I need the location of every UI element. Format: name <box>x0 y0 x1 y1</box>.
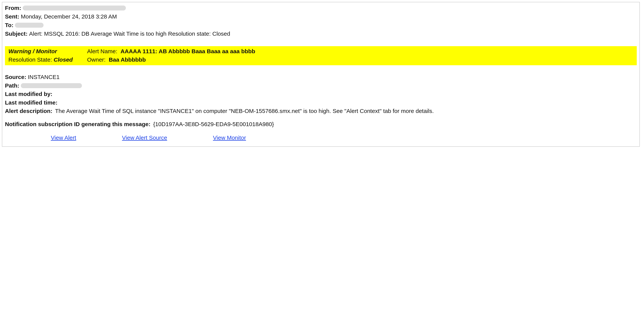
last-modified-time-label: Last modified time: <box>5 99 58 107</box>
last-modified-time-line: Last modified time: <box>5 99 637 107</box>
alert-name-value: AAAAA 1111: AB Abbbbb Baaa Baaa aa aaa b… <box>120 48 255 54</box>
header-sent-line: Sent: Monday, December 24, 2018 3:28 AM <box>5 13 637 20</box>
subject-label: Subject: <box>5 30 28 37</box>
header-from-line: From: <box>5 4 637 12</box>
last-modified-by-label: Last modified by: <box>5 90 52 98</box>
to-label: To: <box>5 21 13 29</box>
owner-value: Baa Abbbbbb <box>109 56 146 63</box>
owner-cell: Owner: Baa Abbbbbb <box>87 56 633 63</box>
subject-value: Alert: MSSQL 2016: DB Average Wait Time … <box>29 30 230 37</box>
resolution-state-cell: Resolution State: Closed <box>8 56 85 63</box>
owner-label: Owner: <box>87 56 106 63</box>
email-card: From: Sent: Monday, December 24, 2018 3:… <box>2 2 640 147</box>
links-row: View Alert View Alert Source View Monito… <box>5 134 637 141</box>
source-value: INSTANCE1 <box>28 73 60 81</box>
from-value-redacted <box>23 5 126 10</box>
path-label: Path: <box>5 82 19 90</box>
path-line: Path: <box>5 82 637 90</box>
alert-band: Warning / Monitor Alert Name: AAAAA 1111… <box>5 46 637 65</box>
last-modified-by-line: Last modified by: <box>5 90 637 98</box>
view-alert-link[interactable]: View Alert <box>51 134 76 141</box>
resolution-state-label: Resolution State: <box>8 56 52 63</box>
header-subject-line: Subject: Alert: MSSQL 2016: DB Average W… <box>5 30 637 37</box>
resolution-state-value: Closed <box>54 56 73 63</box>
warning-monitor: Warning / Monitor <box>8 48 85 54</box>
header-to-line: To: <box>5 21 637 29</box>
to-value-redacted <box>15 23 44 28</box>
subscription-label: Notification subscription ID generating … <box>5 121 150 127</box>
sent-label: Sent: <box>5 13 19 20</box>
alert-name-cell: Alert Name: AAAAA 1111: AB Abbbbb Baaa B… <box>87 48 633 54</box>
path-value-redacted <box>21 83 82 88</box>
alert-name-label: Alert Name: <box>87 48 117 54</box>
subscription-para: Notification subscription ID generating … <box>5 120 637 128</box>
source-line: Source: INSTANCE1 <box>5 73 637 81</box>
alert-description-label: Alert description: <box>5 108 52 114</box>
source-label: Source: <box>5 73 26 81</box>
alert-description-para: Alert description: The Average Wait Time… <box>5 107 637 115</box>
view-monitor-link[interactable]: View Monitor <box>213 134 246 141</box>
sent-value: Monday, December 24, 2018 3:28 AM <box>21 13 117 20</box>
subscription-value: {10D197AA-3E8D-5629-EDA9-5E001018A980} <box>153 121 274 127</box>
view-alert-source-link[interactable]: View Alert Source <box>122 134 167 141</box>
from-label: From: <box>5 4 21 12</box>
alert-description-value: The Average Wait Time of SQL instance "I… <box>55 108 434 114</box>
